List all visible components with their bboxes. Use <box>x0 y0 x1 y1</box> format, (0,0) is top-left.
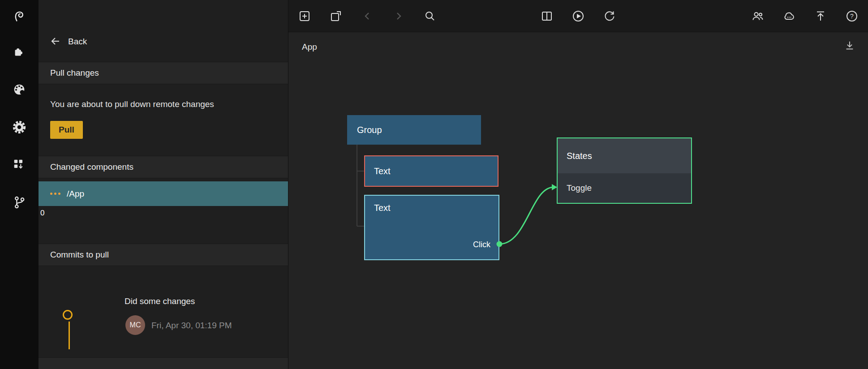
node-graph-canvas[interactable]: App Group Text Te <box>288 32 868 369</box>
create-component-icon <box>330 10 342 22</box>
rail-item-settings[interactable] <box>0 108 39 146</box>
activity-rail <box>0 0 39 369</box>
node-text2-label: Text <box>374 203 391 213</box>
play-icon <box>572 10 584 22</box>
pull-button[interactable]: Pull <box>50 121 83 139</box>
help-icon: ? <box>846 10 858 22</box>
arrow-left-icon <box>50 36 61 47</box>
search-icon <box>424 10 436 22</box>
refresh-button[interactable] <box>603 10 616 22</box>
rail-item-styles[interactable] <box>0 71 39 108</box>
nav-back-button[interactable] <box>361 10 374 22</box>
palette-icon <box>12 82 26 97</box>
help-button[interactable]: ? <box>846 10 858 22</box>
changed-component-label: /App <box>67 189 84 199</box>
noodl-logo[interactable] <box>0 0 39 33</box>
search-button[interactable] <box>424 10 436 22</box>
toolbar-center-group <box>541 10 616 22</box>
commit-timestamp: Fri, Apr 30, 01:19 PM <box>151 321 232 330</box>
publish-up-arrow-icon <box>814 10 827 22</box>
svg-text:?: ? <box>850 13 854 20</box>
chevron-right-icon <box>392 10 405 22</box>
split-view-icon <box>541 10 553 22</box>
node-states[interactable]: States Toggle <box>557 137 692 204</box>
commit-graph-node <box>63 310 73 320</box>
version-control-panel: Back Pull changes You are about to pull … <box>39 0 288 369</box>
cloud-services-button[interactable] <box>783 10 795 22</box>
back-label: Back <box>68 37 87 47</box>
rail-item-version-control[interactable] <box>0 184 39 221</box>
pull-description: You are about to pull down remote change… <box>50 99 276 109</box>
add-node-icon <box>298 10 311 22</box>
create-component-button[interactable] <box>330 10 342 22</box>
chevron-left-icon <box>361 10 374 22</box>
node-text-changed[interactable]: Text <box>364 155 498 187</box>
pull-changes-header: Pull changes <box>39 62 288 84</box>
node-group-label: Group <box>357 125 382 135</box>
users-icon <box>752 10 764 22</box>
toolbar-right-group: ? <box>752 10 858 22</box>
noodl-logo-icon <box>12 9 26 24</box>
count-overlay: 0 <box>40 209 288 218</box>
node-states-header: States <box>558 138 691 173</box>
node-group[interactable]: Group <box>347 115 481 145</box>
click-output-port-label: Click <box>473 240 490 249</box>
commit-graph-line <box>69 322 70 349</box>
split-view-button[interactable] <box>541 10 553 22</box>
commit-message: Did some changes <box>125 296 195 306</box>
changed-component-item-app[interactable]: /App <box>39 181 288 206</box>
collaborators-button[interactable] <box>752 10 764 22</box>
app-root: Back Pull changes You are about to pull … <box>0 0 868 369</box>
back-button[interactable]: Back <box>39 0 288 62</box>
node-states-label: States <box>567 151 592 161</box>
cloud-icon <box>783 10 795 22</box>
next-section-strip <box>39 357 288 369</box>
nav-forward-button[interactable] <box>392 10 405 22</box>
rail-item-components[interactable] <box>0 33 39 71</box>
puzzle-icon <box>12 45 26 59</box>
editor-toolbar: ? <box>288 0 868 32</box>
rail-item-modules[interactable] <box>0 146 39 184</box>
toolbar-left-group <box>298 10 436 22</box>
refresh-icon <box>603 10 616 22</box>
commits-to-pull-header: Commits to pull <box>39 244 288 266</box>
commit-list: Did some changes MC Fri, Apr 30, 01:19 P… <box>39 266 288 367</box>
node-text1-label: Text <box>374 166 391 176</box>
component-dots-icon <box>50 193 60 195</box>
modules-icon <box>12 158 26 172</box>
avatar: MC <box>125 315 145 335</box>
states-toggle-row[interactable]: Toggle <box>558 173 691 202</box>
changed-components-header: Changed components <box>39 156 288 178</box>
editor-main: ? App Group <box>288 0 868 369</box>
gear-icon <box>12 120 26 134</box>
node-text-selected[interactable]: Text Click <box>364 195 499 260</box>
preview-play-button[interactable] <box>572 10 584 22</box>
git-branch-icon <box>12 195 26 210</box>
add-node-button[interactable] <box>298 10 311 22</box>
deploy-button[interactable] <box>814 10 827 22</box>
